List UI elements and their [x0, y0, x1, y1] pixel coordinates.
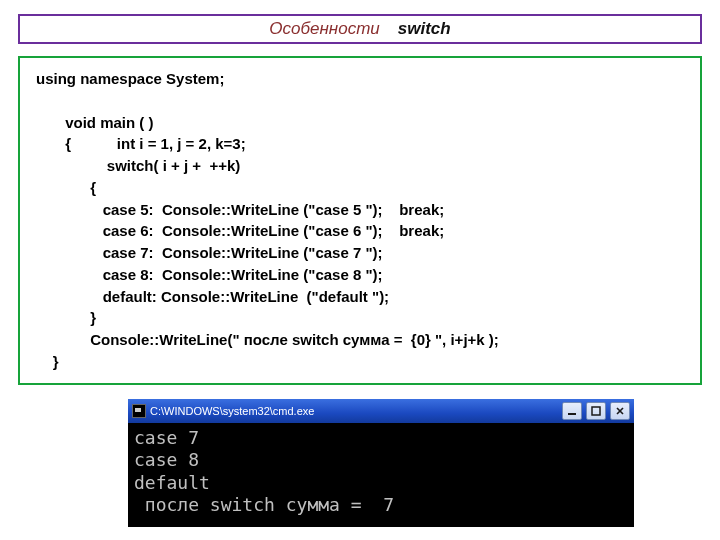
code-listing: using namespace System; void main ( ) { …	[18, 56, 702, 385]
svg-rect-0	[568, 413, 576, 415]
console-line: case 7	[134, 427, 199, 448]
cmd-icon	[132, 404, 146, 418]
close-button[interactable]	[610, 402, 630, 420]
console-title: C:\WINDOWS\system32\cmd.exe	[150, 405, 558, 417]
maximize-button[interactable]	[586, 402, 606, 420]
slide-title-box: Особенности switch	[18, 14, 702, 44]
console-line: default	[134, 472, 210, 493]
maximize-icon	[591, 406, 601, 416]
console-window: C:\WINDOWS\system32\cmd.exe case 7 case …	[128, 399, 634, 527]
console-line: после switch сумма = 7	[134, 494, 394, 515]
close-icon	[615, 406, 625, 416]
title-text-left: Особенности	[269, 19, 379, 39]
minimize-icon	[567, 406, 577, 416]
title-text-right: switch	[398, 19, 451, 39]
svg-rect-1	[592, 407, 600, 415]
console-output: case 7 case 8 default после switch сумма…	[128, 423, 634, 527]
console-titlebar: C:\WINDOWS\system32\cmd.exe	[128, 399, 634, 423]
console-line: case 8	[134, 449, 199, 470]
minimize-button[interactable]	[562, 402, 582, 420]
